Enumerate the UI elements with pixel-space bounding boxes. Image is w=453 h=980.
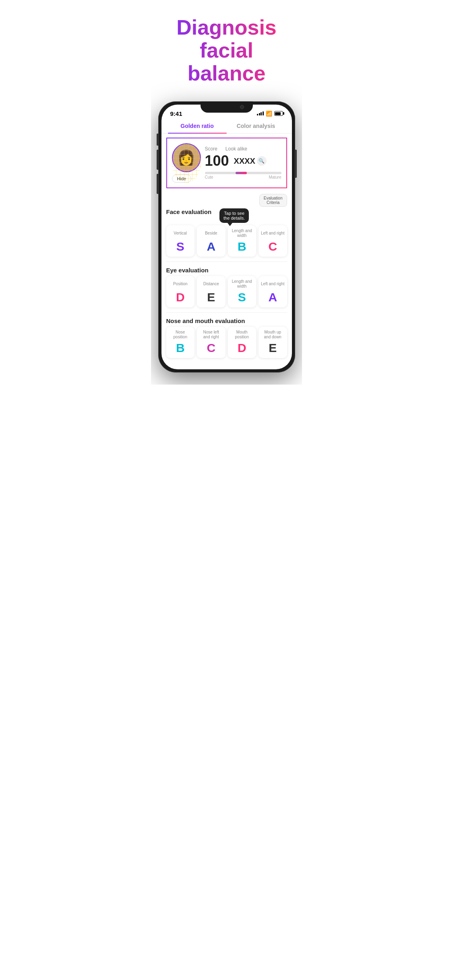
eval-grade-eye-distance: E	[199, 290, 223, 304]
wifi-icon: 📶	[266, 111, 272, 117]
eval-card-beside[interactable]: Beside A	[197, 225, 225, 257]
lookalike-wrap: XXXX 🔍	[234, 156, 267, 166]
status-time: 9:41	[170, 110, 182, 117]
slider-label-cute: Cute	[205, 175, 213, 179]
side-button-mute	[157, 134, 158, 146]
avatar-grid-overlay	[172, 143, 201, 172]
side-button-vol-down	[157, 174, 158, 194]
camera-dot	[240, 105, 244, 109]
score-labels: Score Look alike	[205, 146, 281, 152]
eval-label-vertical: Vertical	[169, 229, 192, 238]
phone-screen: 9:41 📶 Golden ratio	[161, 105, 292, 369]
slider-label-mature: Mature	[269, 175, 281, 179]
eval-label-eye-length-width: Length and width	[230, 279, 254, 289]
side-button-vol-up	[157, 150, 158, 170]
divider-1	[166, 261, 287, 262]
eval-card-eye-left-right[interactable]: Left and right A	[259, 276, 287, 307]
battery-fill	[275, 112, 281, 115]
hero-title-line2: balance	[188, 62, 266, 85]
battery-icon	[274, 111, 283, 116]
face-eval-header: Face evaluation Tap to seethe details.	[161, 208, 292, 225]
eval-grade-eye-position: D	[169, 290, 192, 304]
slider-labels: Cute Mature	[205, 175, 281, 179]
eval-criteria-button[interactable]: EvaluationCriteria	[259, 194, 287, 207]
eval-grade-mouth-position: D	[230, 341, 254, 355]
eval-card-nose-position[interactable]: Nose position B	[166, 327, 195, 358]
eval-label-eye-distance: Distance	[199, 279, 223, 289]
phone-wrapper: 9:41 📶 Golden ratio	[151, 93, 302, 385]
status-icons: 📶	[257, 111, 283, 117]
score-label: Score	[205, 146, 217, 152]
avatar: 👩	[172, 143, 201, 172]
eval-card-eye-length-width[interactable]: Length and width S	[228, 276, 256, 307]
slider-wrap	[205, 172, 281, 174]
divider-2	[166, 312, 287, 313]
avatar-wrap: 👩 Hide	[172, 143, 201, 183]
eval-label-nose-left-right: Nose left and right	[199, 330, 223, 340]
lookalike-search-button[interactable]: 🔍	[257, 156, 267, 166]
eval-card-nose-left-right[interactable]: Nose left and right C	[197, 327, 225, 358]
eval-label-beside: Beside	[199, 229, 223, 238]
score-info: Score Look alike 100 XXXX 🔍	[205, 146, 281, 179]
eye-eval-title: Eye evaluation	[161, 264, 292, 276]
hero-section: Diagnosis facial balance	[151, 0, 302, 93]
eval-grade-beside: A	[199, 240, 223, 253]
eval-label-left-right: Left and right	[261, 229, 285, 238]
bottom-spacer	[161, 361, 292, 369]
eval-label-eye-left-right: Left and right	[261, 279, 285, 289]
eval-label-eye-position: Position	[169, 279, 192, 289]
tab-color-analysis[interactable]: Color analysis	[227, 119, 285, 133]
eval-label-mouth-up-down: Mouth up and down	[261, 330, 285, 340]
cute-mature-slider[interactable]	[205, 172, 281, 174]
nose-mouth-eval-grid: Nose position B Nose left and right C Mo…	[161, 327, 292, 361]
hero-title: Diagnosis facial balance	[159, 16, 294, 85]
eye-eval-grid: Position D Distance E Length and width S…	[161, 276, 292, 311]
slider-fill	[236, 172, 247, 174]
phone-notch	[201, 101, 253, 113]
face-eval-tooltip: Tap to seethe details.	[219, 208, 249, 223]
eval-grade-mouth-up-down: E	[261, 341, 285, 355]
hero-title-line1: Diagnosis facial	[176, 16, 277, 62]
eval-card-eye-distance[interactable]: Distance E	[197, 276, 225, 307]
signal-icon	[257, 111, 264, 115]
eval-grade-eye-length-width: S	[230, 290, 254, 304]
eval-criteria-wrap: EvaluationCriteria	[161, 192, 292, 208]
eval-card-left-right[interactable]: Left and right C	[259, 225, 287, 257]
eval-grade-left-right: C	[261, 240, 285, 253]
eval-card-vertical[interactable]: Vertical S	[166, 225, 195, 257]
eval-grade-vertical: S	[169, 240, 192, 253]
face-eval-title: Face evaluation	[166, 208, 212, 215]
tab-golden-ratio[interactable]: Golden ratio	[168, 119, 227, 133]
eval-label-mouth-position: Mouth position	[230, 330, 254, 340]
score-value: 100	[205, 152, 229, 169]
eval-grade-nose-left-right: C	[199, 341, 223, 355]
eval-label-nose-position: Nose position	[169, 330, 192, 340]
eval-card-eye-position[interactable]: Position D	[166, 276, 195, 307]
eval-card-length-width[interactable]: Length and width B	[228, 225, 256, 257]
score-values: 100 XXXX 🔍	[205, 152, 281, 169]
search-icon: 🔍	[259, 158, 265, 164]
nose-mouth-eval-title: Nose and mouth evaluation	[161, 314, 292, 327]
score-card: 👩 Hide Score Look alike 100 XXXX	[166, 138, 287, 188]
eval-label-length-width: Length and width	[230, 229, 254, 238]
eval-card-mouth-position[interactable]: Mouth position D	[228, 327, 256, 358]
eval-grade-eye-left-right: A	[261, 290, 285, 304]
tabs-container: Golden ratio Color analysis	[161, 119, 292, 134]
eval-card-mouth-up-down[interactable]: Mouth up and down E	[259, 327, 287, 358]
eval-grade-nose-position: B	[169, 341, 192, 355]
lookalike-label: Look alike	[225, 146, 247, 152]
side-button-power	[295, 150, 297, 178]
lookalike-value: XXXX	[234, 156, 255, 166]
phone-frame: 9:41 📶 Golden ratio	[158, 101, 295, 373]
eval-grade-length-width: B	[230, 240, 254, 253]
face-eval-grid: Vertical S Beside A Length and width B L…	[161, 225, 292, 260]
